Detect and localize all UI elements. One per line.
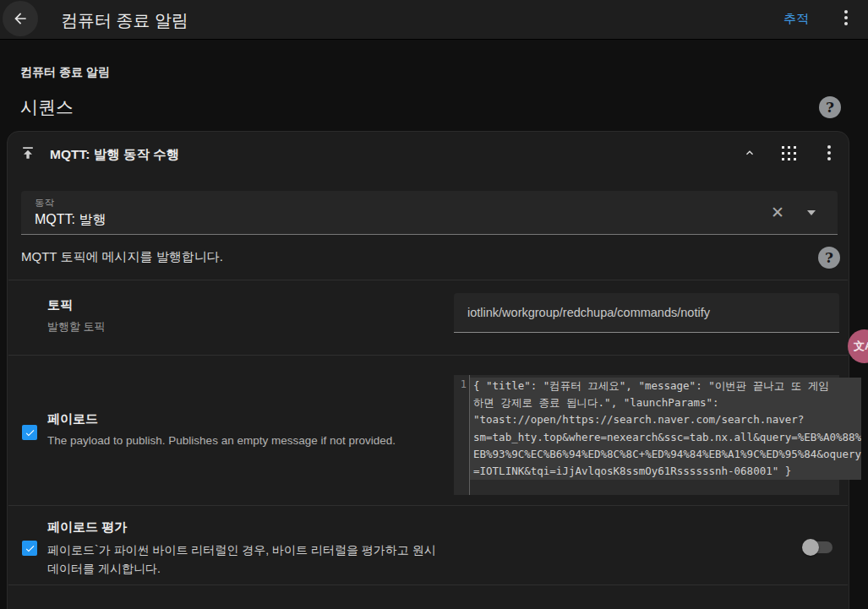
back-arrow-icon bbox=[12, 10, 29, 27]
payload-label: 페이로드 bbox=[47, 411, 98, 427]
mqtt-action-card: MQTT: 발행 동작 수행 동작 MQTT: 발행 ✕ MQTT 토픽에 메시… bbox=[7, 131, 849, 609]
check-icon bbox=[25, 427, 35, 438]
payload-description: The payload to publish. Publishes an emp… bbox=[47, 434, 396, 447]
breadcrumb: 컴퓨터 종료 알림 bbox=[20, 65, 110, 80]
editor-content: { "title": "컴퓨터 끄세요", "message": "이번판 끝나… bbox=[470, 375, 861, 495]
sequence-heading: 시퀀스 bbox=[20, 95, 74, 119]
toggle-thumb bbox=[802, 539, 819, 556]
clear-icon[interactable]: ✕ bbox=[768, 203, 787, 221]
payload-eval-toggle[interactable] bbox=[802, 538, 834, 557]
divider bbox=[8, 280, 848, 280]
divider bbox=[8, 355, 848, 356]
code-line: =IOTLINK&tqi=iJjAvlqosK8ssmOy61Rssssssnh… bbox=[470, 463, 861, 480]
app-bar: 컴퓨터 종료 알림 추적 bbox=[0, 0, 868, 40]
code-line: sm=tab_hty.top&where=nexearch&ssc=tab.nx… bbox=[470, 429, 861, 446]
code-line: 하면 강제로 종료 됩니다.", "launchParams": bbox=[470, 394, 861, 411]
mqtt-help-icon[interactable]: ? bbox=[818, 247, 840, 269]
sequence-help-icon[interactable]: ? bbox=[819, 96, 841, 118]
payload-eval-description: 페이로드`가 파이썬 바이트 리터럴인 경우, 바이트 리터럴을 평가하고 원시… bbox=[47, 541, 443, 578]
divider bbox=[8, 585, 848, 585]
payload-checkbox[interactable] bbox=[22, 425, 37, 440]
action-description: MQTT 토픽에 메시지를 발행합니다. bbox=[21, 249, 223, 265]
translate-bubble[interactable]: 文A bbox=[848, 329, 868, 363]
code-line: { "title": "컴퓨터 끄세요", "message": "이번판 끝나… bbox=[470, 378, 861, 394]
page-title: 컴퓨터 종료 알림 bbox=[61, 9, 188, 32]
payload-code-editor[interactable]: 1 { "title": "컴퓨터 끄세요", "message": "이번판 … bbox=[454, 375, 839, 495]
action-select-label: 동작 bbox=[35, 197, 54, 209]
code-line: EB%93%9C%EC%B6%94%ED%8C%8C+%ED%94%84%EB%… bbox=[470, 446, 861, 463]
trace-button[interactable]: 추적 bbox=[783, 11, 809, 27]
topic-input-value: iotlink/workgroup/redchupa/commands/noti… bbox=[467, 306, 710, 319]
action-select[interactable]: 동작 MQTT: 발행 ✕ bbox=[21, 191, 838, 235]
topic-label: 토픽 bbox=[47, 297, 73, 313]
overflow-menu-icon[interactable] bbox=[836, 8, 856, 28]
divider bbox=[8, 505, 848, 506]
collapse-chevron-icon[interactable] bbox=[740, 143, 760, 163]
automation-editor-screen: 컴퓨터 종료 알림 추적 컴퓨터 종료 알림 시퀀스 ? MQTT: 발행 동작… bbox=[0, 0, 868, 609]
payload-eval-checkbox[interactable] bbox=[22, 541, 37, 556]
topic-sublabel: 발행할 토픽 bbox=[47, 319, 106, 334]
drag-handle-icon[interactable] bbox=[779, 144, 800, 164]
editor-line-number: 1 bbox=[454, 375, 470, 495]
action-select-value: MQTT: 발행 bbox=[35, 211, 106, 229]
action-menu-icon[interactable] bbox=[819, 143, 839, 163]
publish-icon bbox=[19, 144, 36, 161]
chevron-down-icon[interactable] bbox=[807, 210, 816, 215]
check-icon bbox=[25, 543, 35, 554]
action-card-title: MQTT: 발행 동작 수행 bbox=[50, 146, 179, 164]
topic-input[interactable]: iotlink/workgroup/redchupa/commands/noti… bbox=[454, 293, 839, 333]
back-button[interactable] bbox=[3, 1, 38, 36]
payload-eval-label: 페이로드 평가 bbox=[47, 519, 127, 536]
code-line: "toast://open/https://search.naver.com/s… bbox=[470, 411, 861, 428]
